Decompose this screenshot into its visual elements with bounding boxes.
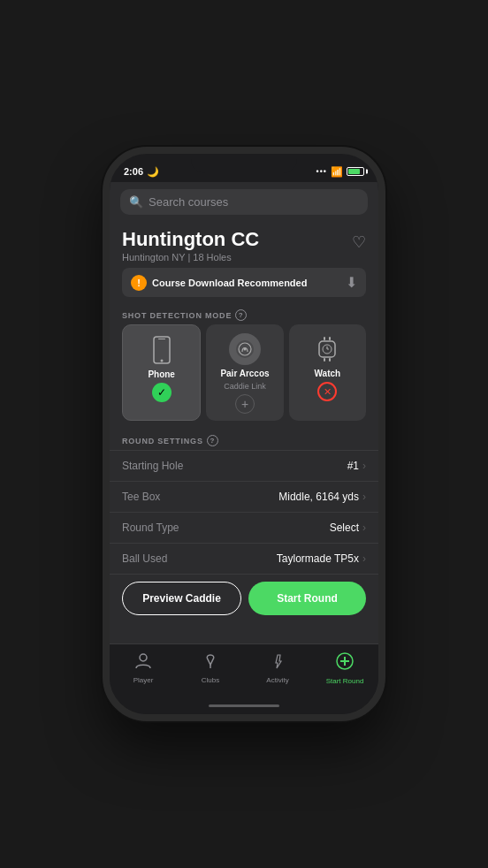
arccos-card-sublabel: Caddie Link xyxy=(224,382,266,391)
warning-icon: ! xyxy=(131,275,147,291)
battery-icon xyxy=(347,167,364,176)
tab-start-round[interactable]: Start Round xyxy=(311,651,378,685)
phone-frame: 2:06 🌙 ••• 📶 🔍 Search courses Huntington… xyxy=(103,147,385,721)
course-subtitle: Huntington NY | 18 Holes xyxy=(122,252,259,263)
svg-marker-16 xyxy=(276,655,281,668)
help-icon[interactable]: ? xyxy=(235,309,247,321)
tab-player[interactable]: Player xyxy=(110,652,177,684)
download-banner[interactable]: ! Course Download Recommended ⬇ xyxy=(122,268,366,297)
arccos-card-label: Pair Arccos xyxy=(220,369,269,378)
watch-error-icon: ✕ xyxy=(317,382,337,401)
start-round-tab-icon xyxy=(335,651,355,675)
moon-icon: 🌙 xyxy=(147,166,159,178)
phone-card-icon xyxy=(146,334,178,366)
svg-rect-1 xyxy=(158,339,165,339)
download-text: Course Download Recommended xyxy=(152,278,307,288)
screen: 🔍 Search courses Huntington CC Huntingto… xyxy=(110,182,378,643)
round-settings-label: ROUND SETTINGS ? xyxy=(110,430,378,450)
chevron-right-icon-2: › xyxy=(362,491,366,503)
preview-caddie-button[interactable]: Preview Caddie xyxy=(122,582,241,615)
activity-icon xyxy=(269,652,286,674)
arccos-plus-icon: + xyxy=(235,394,255,414)
watch-card-label: Watch xyxy=(315,369,341,378)
watch-card[interactable]: Watch ✕ xyxy=(289,324,366,421)
ball-used-row[interactable]: Ball Used Taylormade TP5x › xyxy=(110,544,378,575)
svg-point-14 xyxy=(140,654,147,661)
svg-rect-7 xyxy=(329,337,331,340)
course-title: Huntington CC xyxy=(122,229,259,250)
round-type-val: Select › xyxy=(330,522,366,534)
phone-check-icon: ✓ xyxy=(152,383,172,402)
ball-used-key: Ball Used xyxy=(122,552,167,565)
tab-start-round-label: Start Round xyxy=(326,677,364,685)
status-left: 2:06 🌙 xyxy=(124,166,159,178)
signal-dots-icon: ••• xyxy=(316,167,327,176)
settings-list: Starting Hole #1 › Tee Box Middle, 6164 … xyxy=(110,450,378,575)
home-indicator xyxy=(110,697,378,714)
svg-rect-9 xyxy=(329,358,331,362)
chevron-right-icon: › xyxy=(362,460,366,472)
time: 2:06 xyxy=(124,166,143,177)
search-bar[interactable]: 🔍 Search courses xyxy=(120,189,368,215)
tab-activity[interactable]: Activity xyxy=(244,652,311,684)
arccos-logo xyxy=(229,333,261,365)
detection-cards: Phone ✓ Pair Arccos Caddie L xyxy=(110,324,378,430)
svg-rect-8 xyxy=(324,358,325,362)
starting-hole-val: #1 › xyxy=(347,460,366,472)
tee-box-key: Tee Box xyxy=(122,491,160,503)
chevron-right-icon-3: › xyxy=(362,522,366,534)
bottom-buttons: Preview Caddie Start Round xyxy=(110,575,378,622)
status-right: ••• 📶 xyxy=(316,166,364,178)
wifi-icon: 📶 xyxy=(331,166,343,178)
tab-bar: Player Clubs Activity xyxy=(110,643,378,697)
course-header: Huntington CC Huntington NY | 18 Holes ♡ xyxy=(110,222,378,268)
ball-used-val: Taylormade TP5x › xyxy=(277,552,366,565)
clubs-icon xyxy=(202,652,219,674)
round-type-row[interactable]: Round Type Select › xyxy=(110,513,378,544)
round-type-key: Round Type xyxy=(122,522,179,534)
arccos-card-icon xyxy=(229,333,261,365)
search-input[interactable]: Search courses xyxy=(149,195,228,209)
phone-card-label: Phone xyxy=(148,369,175,379)
download-left: ! Course Download Recommended xyxy=(131,275,307,291)
tee-box-row[interactable]: Tee Box Middle, 6164 yds › xyxy=(110,482,378,513)
tab-clubs-label: Clubs xyxy=(202,676,219,684)
starting-hole-key: Starting Hole xyxy=(122,460,183,472)
download-icon: ⬇ xyxy=(346,274,357,291)
arccos-card[interactable]: Pair Arccos Caddie Link + xyxy=(206,324,283,421)
tee-box-val: Middle, 6164 yds › xyxy=(278,491,366,503)
course-info: Huntington CC Huntington NY | 18 Holes xyxy=(122,229,259,263)
tab-player-label: Player xyxy=(133,676,154,684)
tab-activity-label: Activity xyxy=(266,676,288,684)
svg-point-5 xyxy=(243,348,246,351)
phone-card[interactable]: Phone ✓ xyxy=(122,324,201,421)
start-round-button[interactable]: Start Round xyxy=(248,582,366,615)
round-help-icon[interactable]: ? xyxy=(207,435,218,446)
shot-detection-label: SHOT DETECTION MODE ? xyxy=(110,304,378,324)
chevron-right-icon-4: › xyxy=(362,552,366,565)
svg-point-2 xyxy=(160,360,163,362)
player-icon xyxy=(134,652,152,674)
tab-clubs[interactable]: Clubs xyxy=(177,652,244,684)
home-bar xyxy=(209,704,279,707)
favorite-icon[interactable]: ♡ xyxy=(352,232,366,252)
starting-hole-row[interactable]: Starting Hole #1 › xyxy=(110,450,378,482)
notch xyxy=(191,154,297,173)
search-icon: 🔍 xyxy=(129,195,143,209)
watch-card-icon xyxy=(311,333,343,365)
svg-rect-6 xyxy=(324,337,325,340)
